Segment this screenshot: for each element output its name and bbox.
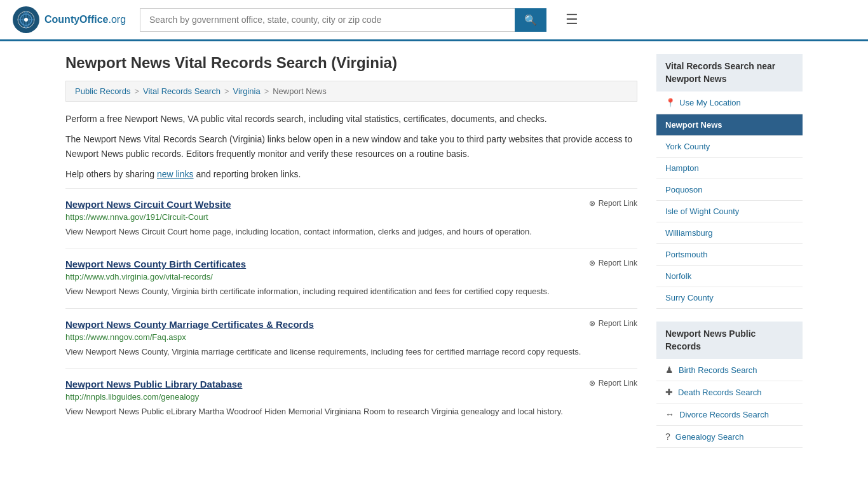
sidebar-nearby-item[interactable]: Surry County	[656, 287, 803, 309]
sidebar-record-link[interactable]: Birth Records Search	[679, 365, 757, 375]
sidebar-record-link[interactable]: Death Records Search	[678, 388, 762, 397]
record-desc: View Newport News County, Virginia birth…	[65, 285, 637, 298]
sidebar-record-item: ✚ Death Records Search	[656, 381, 803, 403]
record-link-header: Newport News Public Library Database ⊗ R…	[65, 379, 637, 390]
record-type-icon: ?	[665, 431, 670, 442]
sidebar-record-item: ↔ Divorce Records Search	[656, 403, 803, 426]
breadcrumb-public-records[interactable]: Public Records	[75, 86, 130, 96]
nearby-list: Newport NewsYork CountyHamptonPoquosonIs…	[656, 114, 803, 309]
record-link-title[interactable]: Newport News County Marriage Certificate…	[65, 319, 314, 330]
record-desc: View Newport News Public eLibrary Martha…	[65, 405, 637, 418]
record-link-title[interactable]: Newport News Circuit Court Website	[65, 199, 231, 210]
sidebar-nearby-item[interactable]: Newport News	[656, 114, 803, 136]
report-label: Report Link	[599, 319, 637, 328]
sidebar-nearby-link[interactable]: Isle of Wight County	[665, 207, 739, 216]
search-icon: 🔍	[524, 15, 537, 25]
breadcrumb-sep-2: >	[224, 86, 229, 96]
search-input[interactable]	[140, 8, 515, 32]
sidebar-nearby-link[interactable]: Poquoson	[665, 185, 703, 194]
sidebar-nearby-link[interactable]: Norfolk	[665, 271, 691, 281]
breadcrumb-sep-3: >	[264, 86, 269, 96]
sidebar-nearby-item[interactable]: Williamsburg	[656, 222, 803, 244]
report-label: Report Link	[599, 199, 637, 208]
new-links-link[interactable]: new links	[157, 169, 194, 179]
sidebar-nearby-item[interactable]: Isle of Wight County	[656, 201, 803, 222]
sidebar-nearby-item[interactable]: Norfolk	[656, 266, 803, 287]
svg-point-5	[24, 18, 28, 22]
record-type-icon: ♟	[665, 365, 674, 375]
record-link-header: Newport News Circuit Court Website ⊗ Rep…	[65, 199, 637, 210]
logo-text: CountyOffice.org	[44, 14, 126, 25]
report-link-button[interactable]: ⊗ Report Link	[589, 199, 637, 208]
sidebar-record-item: ♟ Birth Records Search	[656, 359, 803, 381]
record-link-item: Newport News County Marriage Certificate…	[65, 308, 637, 369]
description-2: The Newport News Vital Records Search (V…	[65, 132, 637, 161]
record-link-item: Newport News Circuit Court Website ⊗ Rep…	[65, 188, 637, 248]
sidebar-nearby-link[interactable]: Portsmouth	[665, 250, 707, 259]
record-link-header: Newport News County Birth Certificates ⊗…	[65, 259, 637, 269]
sidebar-record-link[interactable]: Genealogy Search	[675, 432, 744, 442]
record-url: http://www.vdh.virginia.gov/vital-record…	[65, 272, 637, 281]
sidebar-record-link[interactable]: Divorce Records Search	[679, 410, 769, 419]
report-icon: ⊗	[589, 379, 595, 388]
record-link-item: Newport News County Birth Certificates ⊗…	[65, 248, 637, 308]
record-desc: View Newport News County, Virginia marri…	[65, 346, 637, 358]
report-link-button[interactable]: ⊗ Report Link	[589, 319, 637, 328]
description-1: Perform a free Newport News, VA public v…	[65, 112, 637, 126]
record-url: http://nnpls.libguides.com/genealogy	[65, 392, 637, 402]
report-icon: ⊗	[589, 199, 595, 208]
main-content: Newport News Vital Records Search (Virgi…	[65, 54, 637, 461]
logo-suffix: .org	[108, 14, 126, 25]
search-bar: 🔍	[140, 8, 546, 32]
sidebar-nearby-item[interactable]: Hampton	[656, 158, 803, 179]
page-title: Newport News Vital Records Search (Virgi…	[65, 54, 637, 72]
record-link-item: Newport News Public Library Database ⊗ R…	[65, 368, 637, 428]
record-link-title[interactable]: Newport News County Birth Certificates	[65, 259, 246, 269]
breadcrumb-virginia[interactable]: Virginia	[233, 86, 261, 96]
sidebar-public-records-section: Newport News Public Records ♟ Birth Reco…	[656, 322, 803, 448]
sidebar-nearby-item[interactable]: York County	[656, 136, 803, 158]
report-label: Report Link	[599, 379, 637, 388]
search-button[interactable]: 🔍	[515, 8, 546, 32]
sidebar-nearby-link[interactable]: Williamsburg	[665, 228, 712, 238]
report-icon: ⊗	[589, 259, 595, 268]
report-link-button[interactable]: ⊗ Report Link	[589, 259, 637, 268]
page-container: Newport News Vital Records Search (Virgi…	[53, 41, 815, 473]
public-records-list: ♟ Birth Records Search ✚ Death Records S…	[656, 359, 803, 448]
sidebar-nearby-item[interactable]: Poquoson	[656, 179, 803, 201]
menu-icon: ☰	[566, 11, 578, 27]
breadcrumb-newport-news: Newport News	[273, 86, 327, 96]
breadcrumb-sep-1: >	[134, 86, 139, 96]
logo[interactable]: CountyOffice.org	[13, 6, 127, 33]
report-link-button[interactable]: ⊗ Report Link	[589, 379, 637, 388]
sidebar-nearby-link[interactable]: York County	[665, 142, 710, 151]
record-desc: View Newport News Circuit Court home pag…	[65, 226, 637, 238]
sidebar-nearby-section: Vital Records Search near Newport News 📍…	[656, 54, 803, 309]
sidebar-nearby-item[interactable]: Portsmouth	[656, 244, 803, 266]
breadcrumb: Public Records > Vital Records Search > …	[65, 81, 637, 102]
description-3-post: and reporting broken links.	[194, 169, 301, 179]
report-icon: ⊗	[589, 319, 595, 328]
sidebar-record-item: ? Genealogy Search	[656, 426, 803, 448]
logo-icon	[13, 6, 39, 33]
sidebar-section2-header: Newport News Public Records	[656, 322, 803, 359]
report-label: Report Link	[599, 259, 637, 268]
record-url: https://www.nnva.gov/191/Circuit-Court	[65, 212, 637, 222]
record-url: https://www.nngov.com/Faq.aspx	[65, 332, 637, 342]
record-link-header: Newport News County Marriage Certificate…	[65, 319, 637, 330]
menu-button[interactable]: ☰	[566, 11, 578, 28]
use-location-label: Use My Location	[679, 98, 741, 107]
page-header: CountyOffice.org 🔍 ☰	[0, 0, 868, 41]
sidebar-section1-header: Vital Records Search near Newport News	[656, 54, 803, 92]
records-list: Newport News Circuit Court Website ⊗ Rep…	[65, 188, 637, 428]
record-type-icon: ✚	[665, 387, 673, 397]
sidebar: Vital Records Search near Newport News 📍…	[656, 54, 803, 461]
record-link-title[interactable]: Newport News Public Library Database	[65, 379, 242, 390]
logo-county: CountyOffice	[44, 14, 108, 25]
description-3: Help others by sharing new links and rep…	[65, 167, 637, 181]
breadcrumb-vital-records[interactable]: Vital Records Search	[143, 86, 220, 96]
sidebar-nearby-link[interactable]: Surry County	[665, 293, 714, 302]
use-my-location[interactable]: 📍 Use My Location	[656, 92, 803, 114]
sidebar-nearby-link[interactable]: Hampton	[665, 163, 699, 173]
location-icon: 📍	[665, 98, 675, 107]
